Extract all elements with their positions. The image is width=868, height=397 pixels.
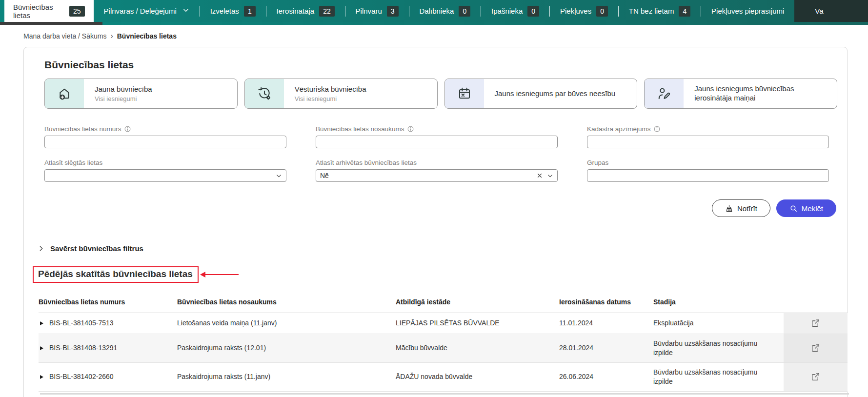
recent-section-title: Pēdējās skatītās būvniecības lietas	[38, 269, 193, 279]
case-authority: Mācību būvvalde	[396, 340, 559, 356]
case-stage: Būvdarbu uzsākšanas nosacījumu izpilde	[653, 365, 784, 389]
case-authority: LIEPĀJAS PILSĒTAS BŪVVALDE	[396, 316, 559, 331]
chevron-right-icon	[38, 245, 44, 252]
info-icon[interactable]	[407, 125, 414, 133]
field-label: Atlasīt arhivētas būvniecības lietas	[316, 159, 417, 166]
tab-label: Ierosinātāja	[277, 7, 315, 15]
archived-cases-select[interactable]: Nē	[316, 169, 558, 182]
filter-form: Būvniecības lietas numurs Būvniecības li…	[44, 125, 837, 182]
tab-tn-bez-lietam[interactable]: TN bez lietām 4	[619, 0, 701, 22]
breadcrumb: Mana darba vieta / Sākums › Būvniecības …	[0, 25, 868, 47]
expand-caret-icon[interactable]	[40, 346, 43, 350]
top-nav: Būvniecības lietas 25 Pilnvaras / Deleģē…	[0, 0, 868, 22]
breadcrumb-link[interactable]: Mana darba vieta / Sākums	[23, 32, 106, 40]
history-gear-icon	[245, 79, 284, 108]
field-case-number: Būvniecības lietas numurs	[44, 125, 286, 148]
quick-actions: Jauna būvniecība Visi iesniegumi Vēsturi…	[44, 79, 837, 109]
tab-label: Būvniecības lietas	[13, 3, 63, 20]
tab-pilnvaru[interactable]: Pilnvaru 3	[345, 0, 409, 22]
case-date: 11.01.2024	[559, 316, 653, 331]
tab-pilnvaras-delegejumi[interactable]: Pilnvaras / Deleģējumi	[94, 0, 200, 22]
content-card: Būvniecības lietas Jauna būvniecība Visi…	[23, 47, 848, 397]
broom-icon	[725, 204, 733, 213]
tab-label: Īpašnieka	[491, 7, 523, 15]
quick-action-title: Vēsturiska būvniecība	[295, 85, 366, 94]
tab-ierosinataja[interactable]: Ierosinātāja 22	[266, 0, 345, 22]
new-construction-button[interactable]: Jauna būvniecība Visi iesniegumi	[44, 79, 238, 109]
tab-label: Piekļuves pieprasījumi	[711, 7, 784, 15]
open-case-button[interactable]	[784, 334, 848, 362]
chevron-down-icon	[182, 7, 189, 15]
column-header: Ierosināšanas datums	[559, 295, 653, 313]
search-button[interactable]: Meklēt	[776, 199, 836, 217]
case-name: Paskaidrojuma raksts (12.01)	[177, 340, 396, 356]
search-icon	[789, 204, 798, 213]
tab-label: TN bez lietām	[629, 7, 674, 15]
quick-action-subtitle: Visi iesniegumi	[95, 95, 152, 102]
select-value: Nē	[320, 172, 537, 179]
groups-input[interactable]	[587, 169, 829, 182]
chevron-down-icon	[276, 173, 282, 179]
tab-buvniecibas-lietas[interactable]: Būvniecības lietas 25	[4, 0, 94, 22]
page-title: Būvniecības lietas	[44, 59, 837, 71]
tab-izveletas[interactable]: Izvēlētās 1	[200, 0, 266, 22]
quick-action-title: Jauns iesniegums būvniecības ierosinātāj…	[694, 84, 816, 103]
initiator-change-button[interactable]: Jauns iesniegums būvniecības ierosinātāj…	[644, 79, 837, 109]
case-stage: Ekspluatācija	[653, 316, 784, 331]
next-row-cutoff	[40, 393, 849, 395]
tab-label: Pilnvaras / Deleģējumi	[104, 7, 177, 15]
expand-caret-icon[interactable]	[40, 321, 43, 325]
cadastre-input[interactable]	[587, 136, 829, 148]
search-button-label: Meklēt	[802, 204, 823, 213]
table-row[interactable]: BIS-BL-381405-7513 Lietošanas veida maiņ…	[39, 313, 848, 334]
tab-label: Izvēlētās	[210, 7, 239, 15]
case-date: 28.01.2024	[559, 340, 653, 356]
breadcrumb-separator: ›	[110, 32, 113, 40]
table-row[interactable]: BIS-BL-381408-13291 Paskaidrojuma raksts…	[39, 334, 848, 363]
breadcrumb-current: Būvniecības lietas	[117, 32, 177, 40]
column-header: Būvniecības lietas nosaukums	[177, 295, 396, 313]
tab-pieklluves[interactable]: Piekļuves 0	[550, 0, 618, 22]
column-header: Būvniecības lietas numurs	[39, 295, 177, 313]
nav-underline	[0, 22, 868, 25]
tab-pieklluves-pieprasijumi[interactable]: Piekļuves pieprasījumi	[701, 0, 794, 22]
chevron-down-icon	[547, 173, 553, 179]
historic-construction-button[interactable]: Vēsturiska būvniecība Visi iesniegumi	[244, 79, 438, 109]
field-case-name: Būvniecības lietas nosaukums	[316, 125, 558, 148]
field-label: Kadastra apzīmējums	[587, 125, 651, 133]
recent-cases-table: Būvniecības lietas numurs Būvniecības li…	[39, 295, 848, 395]
case-number-input[interactable]	[44, 136, 286, 148]
external-link-icon	[811, 372, 820, 381]
info-icon[interactable]	[124, 125, 131, 133]
tab-ipasnieka[interactable]: Īpašnieka 0	[481, 0, 549, 22]
count-badge: 1	[244, 6, 256, 17]
case-number: BIS-BL-381408-13291	[49, 343, 117, 353]
external-link-icon	[811, 343, 820, 353]
tab-label: Pilnvaru	[356, 7, 382, 15]
case-authority: ĀDAŽU novada būvvalde	[396, 369, 559, 384]
tab-dalibnieka[interactable]: Dalībnieka 0	[409, 0, 481, 22]
count-badge: 4	[679, 6, 690, 17]
table-row[interactable]: BIS-BL-381402-2660 Paskaidrojuma raksts …	[39, 363, 848, 392]
field-label: Būvniecības lietas nosaukums	[316, 125, 404, 133]
field-label: Būvniecības lietas numurs	[44, 125, 121, 133]
field-label: Atlasīt slēgtās lietas	[44, 159, 102, 166]
field-label: Grupas	[587, 159, 608, 166]
count-badge: 25	[69, 6, 85, 17]
case-name-input[interactable]	[316, 136, 558, 148]
calendar-x-icon	[445, 79, 484, 108]
person-edit-icon	[645, 79, 684, 108]
open-case-button[interactable]	[784, 313, 848, 334]
clear-selection-icon[interactable]	[537, 173, 543, 179]
quick-action-title: Jauns iesniegums par būves neesību	[495, 89, 616, 99]
clear-button[interactable]: Notīrīt	[712, 199, 770, 217]
building-nonexistence-button[interactable]: Jauns iesniegums par būves neesību	[444, 79, 638, 109]
open-case-button[interactable]	[784, 363, 848, 391]
nav-overflow-item[interactable]: Va	[794, 0, 868, 22]
closed-cases-select[interactable]	[44, 169, 286, 182]
expand-caret-icon[interactable]	[40, 375, 43, 379]
collapse-filters-toggle[interactable]: Savērst būvniecības filtrus	[38, 244, 837, 253]
info-icon[interactable]	[653, 125, 661, 133]
house-plus-icon	[45, 79, 84, 108]
external-link-icon	[811, 318, 820, 328]
